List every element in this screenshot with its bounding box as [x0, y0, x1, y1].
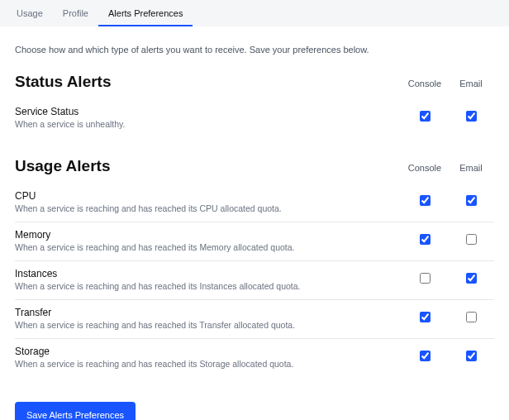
tab-bar: Usage Profile Alerts Preferences: [0, 0, 509, 26]
alert-row-service-status: Service Status When a service is unhealt…: [15, 99, 494, 137]
alert-desc: When a service is reaching and has reach…: [15, 203, 402, 213]
service-status-console-checkbox[interactable]: [420, 111, 431, 122]
intro-text: Choose how and which type of alerts you …: [15, 45, 494, 55]
save-button[interactable]: Save Alerts Preferences: [15, 402, 136, 420]
alert-desc: When a service is reaching and has reach…: [15, 320, 402, 330]
alert-name: Memory: [15, 229, 402, 241]
instances-console-checkbox[interactable]: [420, 273, 431, 284]
storage-email-checkbox[interactable]: [466, 351, 477, 361]
alert-row-storage: Storage When a service is reaching and h…: [15, 339, 494, 377]
tab-usage[interactable]: Usage: [7, 0, 53, 26]
alert-name: Instances: [15, 268, 402, 279]
cpu-email-checkbox[interactable]: [466, 195, 477, 206]
memory-console-checkbox[interactable]: [420, 234, 431, 245]
tab-profile[interactable]: Profile: [53, 0, 98, 26]
alert-row-transfer: Transfer When a service is reaching and …: [15, 300, 494, 339]
preferences-panel: Choose how and which type of alerts you …: [0, 26, 509, 420]
column-header-email: Email: [448, 163, 494, 173]
alert-name: Storage: [15, 346, 402, 357]
transfer-console-checkbox[interactable]: [420, 312, 431, 322]
alert-row-cpu: CPU When a service is reaching and has r…: [15, 184, 494, 222]
alert-name: CPU: [15, 190, 402, 202]
tab-alerts-preferences[interactable]: Alerts Preferences: [98, 0, 193, 26]
cpu-console-checkbox[interactable]: [420, 195, 431, 206]
alert-row-instances: Instances When a service is reaching and…: [15, 261, 494, 300]
column-header-console: Console: [402, 79, 448, 88]
alert-name: Transfer: [15, 307, 402, 318]
alert-desc: When a service is unhealthy.: [15, 119, 402, 129]
usage-alerts-header: Usage Alerts Console Email: [15, 157, 494, 175]
status-alerts-title: Status Alerts: [15, 73, 402, 91]
usage-alerts-title: Usage Alerts: [15, 157, 402, 175]
column-header-email: Email: [448, 79, 494, 88]
transfer-email-checkbox[interactable]: [466, 312, 477, 322]
alert-desc: When a service is reaching and has reach…: [15, 242, 402, 252]
alert-row-memory: Memory When a service is reaching and ha…: [15, 222, 494, 261]
alert-desc: When a service is reaching and has reach…: [15, 281, 402, 291]
alert-name: Service Status: [15, 106, 402, 117]
instances-email-checkbox[interactable]: [466, 273, 477, 284]
service-status-email-checkbox[interactable]: [466, 111, 477, 122]
column-header-console: Console: [402, 163, 448, 173]
storage-console-checkbox[interactable]: [420, 351, 431, 361]
status-alerts-header: Status Alerts Console Email: [15, 73, 494, 91]
alert-desc: When a service is reaching and has reach…: [15, 359, 402, 369]
memory-email-checkbox[interactable]: [466, 234, 477, 245]
